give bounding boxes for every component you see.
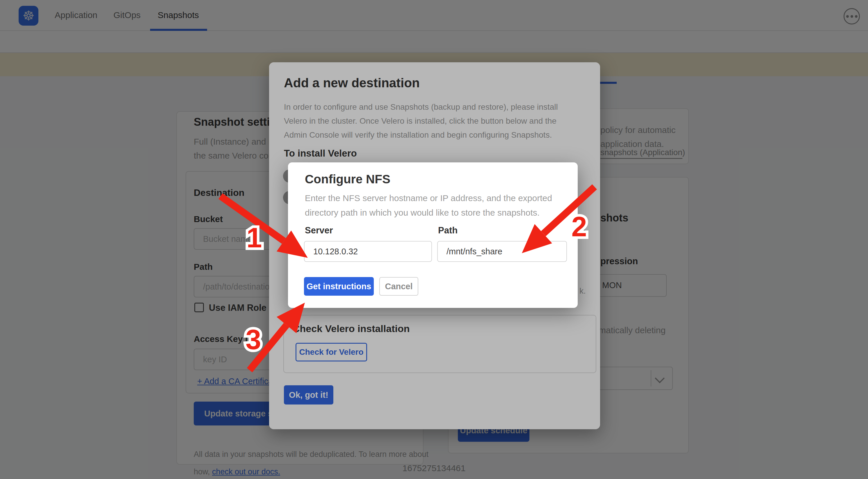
- nfs-body-line2: directory path in which you would like t…: [305, 208, 539, 218]
- nfs-path-label: Path: [438, 225, 458, 236]
- cancel-button[interactable]: Cancel: [379, 277, 418, 296]
- admin-console-screen: ☸ Application GitOps Snapshots Full Snap…: [0, 0, 868, 479]
- nfs-path-input[interactable]: [437, 241, 567, 262]
- nfs-body-line1: Enter the NFS server hostname or IP addr…: [305, 193, 552, 203]
- server-label: Server: [305, 225, 333, 236]
- get-instructions-button[interactable]: Get instructions: [304, 277, 374, 296]
- configure-nfs-title: Configure NFS: [305, 172, 391, 186]
- nfs-server-input[interactable]: [304, 241, 432, 262]
